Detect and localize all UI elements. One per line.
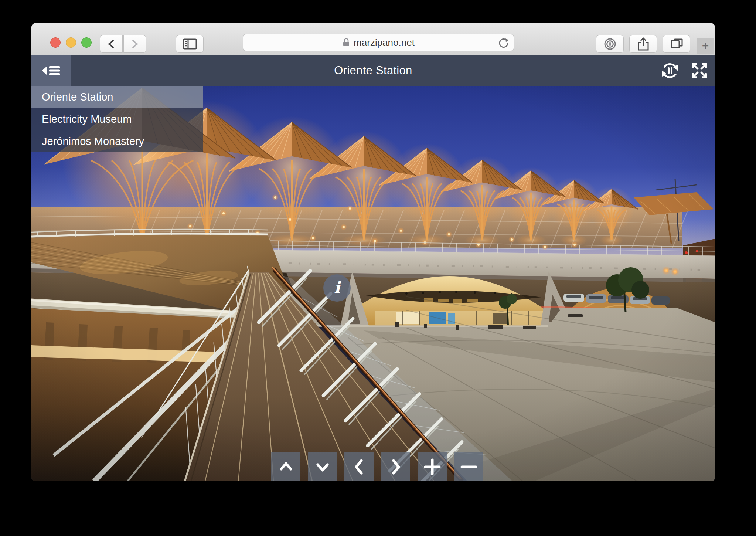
sidebar-toggle-button[interactable] xyxy=(176,35,204,53)
zoom-out-icon xyxy=(460,458,478,476)
lock-icon xyxy=(342,38,350,47)
header-actions xyxy=(660,55,710,86)
forward-button[interactable] xyxy=(123,35,146,53)
url-domain: marzipano.net xyxy=(354,37,415,48)
zoom-window-button[interactable] xyxy=(81,37,92,48)
onepassword-icon xyxy=(603,37,617,51)
autorotate-pause-icon xyxy=(660,60,680,81)
pan-right-button[interactable] xyxy=(381,452,410,481)
sidebar-icon xyxy=(181,37,198,51)
reload-button[interactable] xyxy=(498,37,509,48)
pan-left-button[interactable] xyxy=(344,452,374,481)
safari-window: marzipano.net xyxy=(31,23,715,481)
pan-down-button[interactable] xyxy=(308,452,337,481)
url-text: marzipano.net xyxy=(342,37,415,48)
new-tab-button[interactable]: + xyxy=(697,38,714,54)
pan-down-icon xyxy=(314,458,331,475)
password-extension-button[interactable] xyxy=(596,35,624,53)
address-bar[interactable]: marzipano.net xyxy=(243,34,514,51)
scene-item-label: Jerónimos Monastery xyxy=(42,135,144,147)
fullscreen-button[interactable] xyxy=(689,60,710,81)
pan-up-button[interactable] xyxy=(271,452,300,481)
forward-icon xyxy=(127,37,142,51)
close-window-button[interactable] xyxy=(50,37,61,48)
share-icon xyxy=(635,36,651,52)
share-button[interactable] xyxy=(629,35,657,53)
scene-item-label: Oriente Station xyxy=(42,91,113,103)
zoom-in-icon xyxy=(423,458,441,476)
scene-list-item-jeronimos-monastery[interactable]: Jerónimos Monastery xyxy=(31,130,203,152)
pan-right-icon xyxy=(387,458,404,475)
show-tabs-button[interactable] xyxy=(663,35,690,53)
back-button[interactable] xyxy=(100,35,123,53)
view-controls xyxy=(271,452,483,481)
zoom-in-button[interactable] xyxy=(418,452,447,481)
viewer-titlebar: Oriente Station xyxy=(31,55,715,86)
back-icon xyxy=(104,37,119,51)
scene-list: Oriente Station Electricity Museum Jerón… xyxy=(31,86,203,152)
pan-up-icon xyxy=(277,458,294,475)
reload-icon xyxy=(498,37,509,48)
panorama-viewport[interactable]: Oriente Station Electricity Museum Jerón… xyxy=(31,86,715,481)
minimize-window-button[interactable] xyxy=(66,37,76,48)
autorotate-toggle-button[interactable] xyxy=(660,60,680,81)
fullscreen-icon xyxy=(690,61,709,80)
tabs-icon xyxy=(668,36,685,52)
scene-list-item-oriente-station[interactable]: Oriente Station xyxy=(31,86,203,108)
zoom-out-button[interactable] xyxy=(454,452,483,481)
scene-title: Oriente Station xyxy=(31,55,715,86)
pan-left-icon xyxy=(351,458,368,475)
info-hotspot[interactable]: i xyxy=(323,274,351,302)
desktop-background: marzipano.net xyxy=(0,0,756,536)
browser-toolbar: marzipano.net xyxy=(31,23,715,56)
scene-list-item-electricity-museum[interactable]: Electricity Museum xyxy=(31,108,203,130)
scene-item-label: Electricity Museum xyxy=(42,113,132,125)
